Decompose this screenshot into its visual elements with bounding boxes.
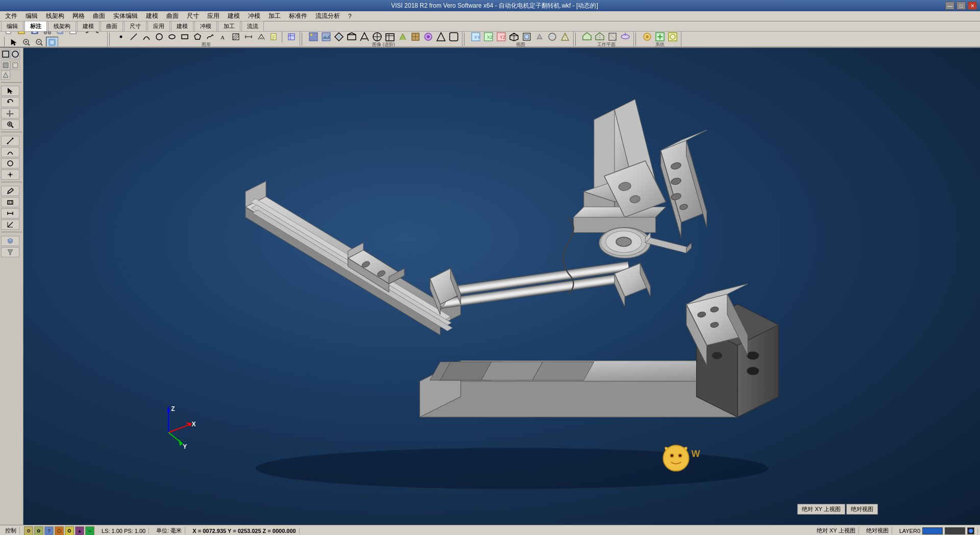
tb-img2[interactable] xyxy=(320,32,332,42)
tb-view8[interactable] xyxy=(559,32,571,42)
tb-text[interactable]: A xyxy=(217,32,229,42)
tb-img7[interactable] xyxy=(384,32,396,42)
menu-dim[interactable]: 尺寸 xyxy=(183,11,203,21)
status-icon-5[interactable]: ✪ xyxy=(65,526,74,536)
tb-note[interactable] xyxy=(268,32,280,42)
menu-edit[interactable]: 编辑 xyxy=(21,11,42,21)
tb-view-fit[interactable] xyxy=(521,32,533,42)
viewport[interactable]: Z X Y W xyxy=(23,48,980,525)
tb-shaded-view[interactable] xyxy=(46,37,58,47)
tab-machine[interactable]: 加工 xyxy=(218,21,240,31)
tb-sys2[interactable] xyxy=(654,32,666,42)
tb-save[interactable] xyxy=(29,32,41,36)
menu-help[interactable]: ? xyxy=(344,12,356,21)
layer-color-box1[interactable] xyxy=(922,527,943,534)
tb-rect[interactable] xyxy=(179,32,191,42)
status-icon-6[interactable]: ▲ xyxy=(75,526,84,536)
tb-wp3[interactable] xyxy=(606,32,619,42)
status-icon-1[interactable]: ⚙ xyxy=(24,526,33,536)
menu-flow[interactable]: 流流分析 xyxy=(311,11,344,21)
tb-view1[interactable]: XY xyxy=(470,32,482,42)
sidebar-select[interactable] xyxy=(1,86,19,96)
status-icon-7[interactable]: ↔ xyxy=(85,526,94,536)
sidebar-btn-2[interactable] xyxy=(11,49,20,59)
tab-model2[interactable]: 建模 xyxy=(171,21,193,31)
menu-file[interactable]: 文件 xyxy=(1,11,21,21)
tb-dim-angle[interactable] xyxy=(255,32,267,42)
menu-solid-edit[interactable]: 实体编辑 xyxy=(109,11,142,21)
sidebar-rotate[interactable] xyxy=(1,97,19,107)
tb-wp1[interactable] xyxy=(581,32,593,42)
tb-redo[interactable] xyxy=(92,32,105,36)
sidebar-edit1[interactable] xyxy=(1,186,19,196)
menu-surface[interactable]: 曲面 xyxy=(89,11,109,21)
tb-view-iso[interactable] xyxy=(508,32,520,42)
menu-wireframe[interactable]: 线架构 xyxy=(42,11,68,21)
tb-hatch[interactable] xyxy=(230,32,242,42)
tb-img9[interactable] xyxy=(409,32,422,42)
tab-model[interactable]: 建模 xyxy=(77,21,100,31)
sidebar-layer[interactable] xyxy=(1,236,19,246)
sidebar-pan[interactable] xyxy=(1,108,19,118)
sidebar-dim1[interactable] xyxy=(1,208,19,218)
status-abs-view[interactable]: 绝对视图 xyxy=(863,527,892,534)
sidebar-filter[interactable] xyxy=(1,247,19,257)
tb-paste[interactable] xyxy=(67,32,79,36)
tab-curve[interactable]: 曲面 xyxy=(101,21,123,31)
tb-zoom-out[interactable] xyxy=(33,37,45,47)
sidebar-dim2[interactable] xyxy=(1,220,19,230)
status-icon-4[interactable]: ⬡ xyxy=(55,526,64,536)
sidebar-line[interactable] xyxy=(1,136,19,146)
tab-wireframe[interactable]: 线架构 xyxy=(48,21,76,31)
tb-point[interactable] xyxy=(115,32,127,42)
menu-machining[interactable]: 加工 xyxy=(264,11,285,21)
view-xy-button[interactable]: 绝对 XY 上视图 xyxy=(797,504,845,515)
status-icon-2[interactable]: ✿ xyxy=(34,526,43,536)
menu-stamp[interactable]: 冲模 xyxy=(244,11,264,21)
tab-stamp[interactable]: 冲模 xyxy=(194,21,217,31)
tab-annotation[interactable]: 标注 xyxy=(24,21,47,31)
tab-apply[interactable]: 应用 xyxy=(148,21,170,31)
tb-view3[interactable]: YZ xyxy=(495,32,507,42)
sidebar-view-shade[interactable] xyxy=(1,70,10,80)
sidebar-view-wire[interactable] xyxy=(11,61,20,70)
tb-img8[interactable] xyxy=(397,32,409,42)
tb-view7[interactable] xyxy=(546,32,558,42)
status-icon-3[interactable]: ? xyxy=(44,526,54,536)
tb-img5[interactable] xyxy=(358,32,371,42)
tab-flow[interactable]: 流流 xyxy=(241,21,264,31)
close-button[interactable]: ✕ xyxy=(968,2,977,10)
sidebar-zoom[interactable] xyxy=(1,119,19,130)
tb-img4[interactable] xyxy=(346,32,358,42)
view-abs-button[interactable]: 绝对视图 xyxy=(846,504,878,515)
status-view-xy[interactable]: 绝对 XY 上视图 xyxy=(814,527,859,534)
tb-line[interactable] xyxy=(128,32,140,42)
sidebar-point[interactable] xyxy=(1,169,19,180)
tb-img3[interactable] xyxy=(333,32,345,42)
tab-dim[interactable]: 尺寸 xyxy=(124,21,146,31)
tb-img1[interactable] xyxy=(307,32,320,42)
tb-undo[interactable] xyxy=(80,32,92,36)
sidebar-view-solid[interactable] xyxy=(1,61,10,70)
tb-zoom-in[interactable] xyxy=(20,37,33,47)
layer-color-box2[interactable] xyxy=(945,527,965,534)
tb-wp2[interactable] xyxy=(594,32,606,42)
tb-copy[interactable] xyxy=(54,32,66,36)
menu-grid[interactable]: 网格 xyxy=(68,11,89,21)
window-controls[interactable]: — □ ✕ xyxy=(945,2,977,10)
tb-img11[interactable] xyxy=(435,32,447,42)
tb-sys1[interactable] xyxy=(641,32,653,42)
menu-apply[interactable]: 应用 xyxy=(203,11,224,21)
sidebar-arc2[interactable] xyxy=(1,147,19,157)
tab-edit[interactable]: 编辑 xyxy=(1,21,23,31)
tb-select[interactable] xyxy=(8,37,20,47)
tb-sys3[interactable] xyxy=(667,32,679,42)
tb-polygon[interactable] xyxy=(191,32,204,42)
menu-model2[interactable]: 建模 xyxy=(224,11,244,21)
tb-new[interactable] xyxy=(3,32,15,36)
minimize-button[interactable]: — xyxy=(945,2,954,10)
tb-wp4[interactable] xyxy=(619,32,631,42)
tb-img6[interactable] xyxy=(371,32,383,42)
tb-circle[interactable] xyxy=(153,32,165,42)
tb-view-shade[interactable] xyxy=(533,32,546,42)
